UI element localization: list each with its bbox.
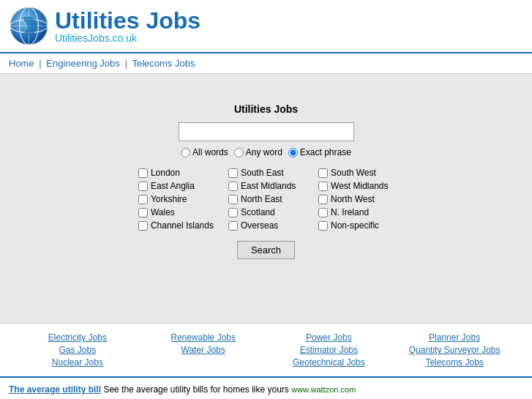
ad-section: The average utility bill See the average… [0,376,532,399]
radio-any-word-input[interactable] [234,148,244,157]
header: Utilities Jobs UtilitiesJobs.co.uk [0,0,532,53]
ad-url-1[interactable]: www.wattzon.com [291,385,356,394]
checkbox-wales[interactable]: Wales [138,207,214,217]
nav-engineering-jobs[interactable]: Engineering Jobs [46,58,119,69]
checkbox-non-specific[interactable]: Non-specific [318,220,394,231]
ad-title-1[interactable]: The average utility bill [9,384,101,395]
checkbox-north-east[interactable]: North East [228,194,304,204]
logo-title: Utilities Jobs [55,9,201,32]
checkbox-north-west[interactable]: North West [318,194,394,204]
link-geotechnical-jobs[interactable]: Geotechnical Jobs [266,357,392,368]
link-quantity-surveyor-jobs[interactable]: Quantity Surveyor Jobs [391,345,517,355]
footer-links: Electricity Jobs Gas Jobs Nuclear Jobs R… [0,323,532,376]
checkbox-east-anglia[interactable]: East Anglia [138,181,214,191]
checkbox-london[interactable]: London [138,168,214,178]
link-nuclear-jobs[interactable]: Nuclear Jobs [15,357,141,368]
nav-separator-2: | [124,58,130,69]
checkbox-south-west[interactable]: South West [318,168,394,178]
checkboxes-grid: London South East South West East Anglia… [138,168,394,231]
nav-bar: Home | Engineering Jobs | Telecoms Jobs [0,53,532,74]
logo-subtitle: UtilitiesJobs.co.uk [55,32,201,44]
radio-any-word[interactable]: Any word [234,147,282,157]
search-button[interactable]: Search [237,241,295,259]
ad-item-1: The average utility bill See the average… [9,384,523,396]
ad-body-1: See the average utility bills for homes … [103,384,291,395]
footer-col-2: Renewable Jobs Water Jobs [141,332,266,368]
link-telecoms-jobs[interactable]: Telecoms Jobs [391,357,517,368]
checkbox-west-midlands[interactable]: West Midlands [318,181,394,191]
search-container: Utilities Jobs All words Any word Exact … [15,89,517,274]
checkbox-n-ireland[interactable]: N. Ireland [318,207,394,217]
search-title: Utilities Jobs [234,103,298,115]
link-gas-jobs[interactable]: Gas Jobs [15,345,141,355]
main-content: Utilities Jobs All words Any word Exact … [0,74,532,323]
logo-text-container: Utilities Jobs UtilitiesJobs.co.uk [55,9,201,44]
footer-links-grid: Electricity Jobs Gas Jobs Nuclear Jobs R… [0,332,532,368]
logo-container: Utilities Jobs UtilitiesJobs.co.uk [9,6,201,46]
checkbox-east-midlands[interactable]: East Midlands [228,181,304,191]
checkbox-yorkshire[interactable]: Yorkshire [138,194,214,204]
footer-col-1: Electricity Jobs Gas Jobs Nuclear Jobs [15,332,141,368]
checkbox-scotland[interactable]: Scotland [228,207,304,217]
radio-all-words-input[interactable] [181,148,190,157]
search-input[interactable] [179,122,354,141]
radio-all-words[interactable]: All words [181,147,228,157]
radio-exact-phrase[interactable]: Exact phrase [288,147,351,157]
link-renewable-jobs[interactable]: Renewable Jobs [141,332,266,343]
footer-col-3: Power Jobs Estimator Jobs Geotechnical J… [266,332,392,368]
nav-home[interactable]: Home [9,58,34,69]
nav-telecoms-jobs[interactable]: Telecoms Jobs [132,58,195,69]
search-options: All words Any word Exact phrase [181,147,351,157]
checkbox-south-east[interactable]: South East [228,168,304,178]
link-water-jobs[interactable]: Water Jobs [141,345,266,355]
link-estimator-jobs[interactable]: Estimator Jobs [266,345,392,355]
nav-separator-1: | [39,58,44,69]
link-power-jobs[interactable]: Power Jobs [266,332,392,343]
link-electricity-jobs[interactable]: Electricity Jobs [15,332,141,343]
footer-col-4: Planner Jobs Quantity Surveyor Jobs Tele… [391,332,517,368]
logo-icon [9,6,49,46]
checkbox-channel-islands[interactable]: Channel Islands [138,220,214,231]
link-planner-jobs[interactable]: Planner Jobs [391,332,517,343]
radio-exact-phrase-input[interactable] [288,148,298,157]
checkbox-overseas[interactable]: Overseas [228,220,304,231]
